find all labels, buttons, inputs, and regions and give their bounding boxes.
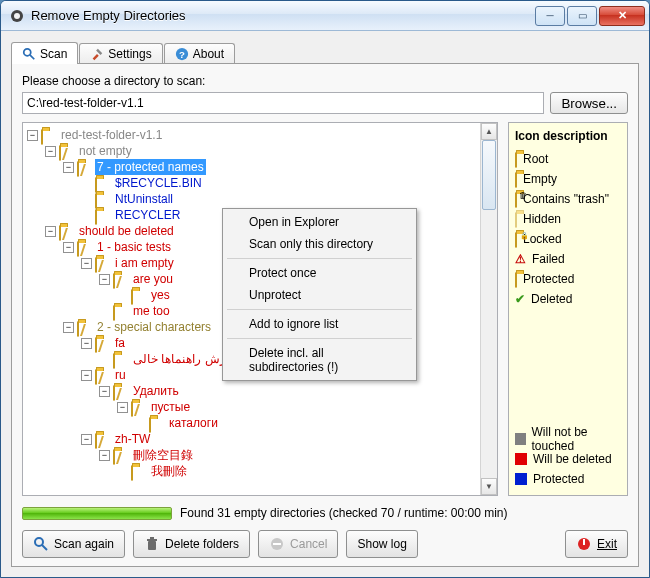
directory-prompt: Please choose a directory to scan: <box>22 74 628 88</box>
close-button[interactable]: ✕ <box>599 6 645 26</box>
tree-ru1[interactable]: Удалить <box>131 383 181 399</box>
scan-again-label: Scan again <box>54 537 114 551</box>
swatch-red <box>515 453 527 465</box>
ctx-open-explorer[interactable]: Open in Explorer <box>225 211 414 233</box>
tree-iam[interactable]: i am empty <box>113 255 176 271</box>
tree-protected[interactable]: 7 - protected names <box>95 159 206 175</box>
scroll-up[interactable]: ▲ <box>481 123 497 140</box>
tree-yes[interactable]: yes <box>149 287 172 303</box>
delete-folders-button[interactable]: Delete folders <box>133 530 250 558</box>
window-title: Remove Empty Directories <box>31 8 533 23</box>
tree-ntuninstall[interactable]: NtUninstall <box>113 191 175 207</box>
cancel-label: Cancel <box>290 537 327 551</box>
ctx-scan-only[interactable]: Scan only this directory <box>225 233 414 255</box>
legend-panel: Icon description Root Empty Contains "tr… <box>508 122 628 496</box>
show-log-button[interactable]: Show log <box>346 530 417 558</box>
ctx-unprotect[interactable]: Unprotect <box>225 284 414 306</box>
context-menu: Open in Explorer Scan only this director… <box>222 208 417 381</box>
browse-button[interactable]: Browse... <box>550 92 628 114</box>
folder-icon <box>113 384 129 398</box>
help-icon: ? <box>175 47 189 61</box>
root-icon <box>41 128 57 142</box>
tree-scrollbar[interactable]: ▲ ▼ <box>480 123 497 495</box>
tree-zh1[interactable]: 刪除空目錄 <box>131 447 195 463</box>
legend-deleted: Deleted <box>531 292 572 306</box>
tree-ru[interactable]: ru <box>113 367 128 383</box>
tree-recycle[interactable]: $RECYCLE.BIN <box>113 175 204 191</box>
legend-title: Icon description <box>515 129 621 143</box>
folder-icon <box>59 224 75 238</box>
legend-empty: Empty <box>523 172 557 186</box>
svg-rect-10 <box>150 537 154 539</box>
tree-ru3[interactable]: каталоги <box>167 415 220 431</box>
legend-protected: Protected <box>523 272 574 286</box>
tree-should-delete[interactable]: should be deleted <box>77 223 176 239</box>
cancel-button: Cancel <box>258 530 338 558</box>
ctx-delete-all[interactable]: Delete incl. all subdirectories (!) <box>225 342 414 378</box>
svg-point-2 <box>24 48 31 55</box>
tree-basic[interactable]: 1 - basic tests <box>95 239 173 255</box>
svg-point-6 <box>35 538 43 546</box>
folder-icon <box>95 432 111 446</box>
trash-folder-icon <box>515 192 517 206</box>
check-icon: ✔ <box>515 292 525 306</box>
svg-point-1 <box>14 13 20 19</box>
folder-icon <box>131 464 147 478</box>
scan-again-button[interactable]: Scan again <box>22 530 125 558</box>
ctx-sep <box>227 338 412 339</box>
tree-not-empty[interactable]: not empty <box>77 143 134 159</box>
tab-body: Please choose a directory to scan: Brows… <box>11 63 639 567</box>
scroll-down[interactable]: ▼ <box>481 478 497 495</box>
status-text: Found 31 empty directories (checked 70 /… <box>180 506 508 520</box>
hidden-folder-icon <box>515 212 517 226</box>
tab-scan[interactable]: Scan <box>11 42 78 64</box>
minimize-button[interactable]: ─ <box>535 6 565 26</box>
tab-scan-label: Scan <box>40 47 67 61</box>
tree-zh2[interactable]: 我刪除 <box>149 463 189 479</box>
legend-willdel: Will be deleted <box>533 452 612 466</box>
folder-icon <box>95 208 111 222</box>
magnifier-icon <box>33 536 49 552</box>
tree-metoo[interactable]: me too <box>131 303 172 319</box>
window-buttons: ─ ▭ ✕ <box>533 6 645 26</box>
tree-root[interactable]: red-test-folder-v1.1 <box>59 127 164 143</box>
svg-line-7 <box>42 545 47 550</box>
tab-settings[interactable]: Settings <box>79 43 162 64</box>
folder-icon <box>113 304 129 318</box>
folder-icon <box>113 352 129 366</box>
folder-icon <box>131 400 147 414</box>
svg-rect-14 <box>583 539 585 545</box>
ctx-add-ignore[interactable]: Add to ignore list <box>225 313 414 335</box>
app-icon <box>9 8 25 24</box>
scroll-thumb[interactable] <box>482 140 496 210</box>
tab-about-label: About <box>193 47 224 61</box>
progress-bar <box>22 507 172 520</box>
tree-recycler[interactable]: RECYCLER <box>113 207 182 223</box>
titlebar: Remove Empty Directories ─ ▭ ✕ <box>1 1 649 31</box>
tab-about[interactable]: ? About <box>164 43 235 64</box>
show-log-label: Show log <box>357 537 406 551</box>
tree-ru2[interactable]: пустые <box>149 399 192 415</box>
folder-icon <box>95 192 111 206</box>
swatch-gray <box>515 433 526 445</box>
tree-areyou[interactable]: are you <box>131 271 175 287</box>
folder-icon <box>515 172 517 186</box>
folder-icon <box>77 320 93 334</box>
content-area: Scan Settings ? About Please choose a di… <box>1 31 649 577</box>
ctx-protect-once[interactable]: Protect once <box>225 262 414 284</box>
maximize-button[interactable]: ▭ <box>567 6 597 26</box>
tree-special[interactable]: 2 - special characters <box>95 319 213 335</box>
folder-icon <box>149 416 165 430</box>
exit-button[interactable]: Exit <box>565 530 628 558</box>
legend-prot: Protected <box>533 472 584 486</box>
folder-icon <box>77 240 93 254</box>
tools-icon <box>90 47 104 61</box>
tree-fa[interactable]: fa <box>113 335 127 351</box>
folder-icon <box>113 448 129 462</box>
svg-rect-9 <box>147 539 157 541</box>
swatch-blue <box>515 473 527 485</box>
directory-row: Browse... <box>22 92 628 114</box>
folder-icon <box>77 160 93 174</box>
tree-zh[interactable]: zh-TW <box>113 431 152 447</box>
directory-input[interactable] <box>22 92 544 114</box>
